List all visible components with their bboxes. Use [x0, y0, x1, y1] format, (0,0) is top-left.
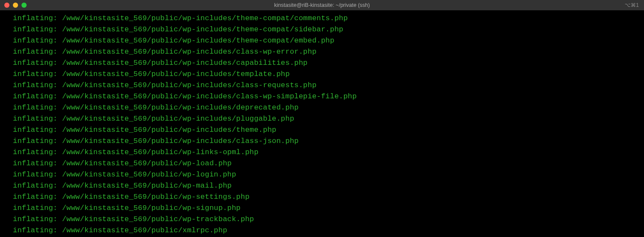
window-titlebar: kinstasite@riB-kinstasite: ~/private (ss… [0, 0, 644, 10]
terminal-line: inflating: /www/kinstasite_569/public/wp… [13, 169, 644, 180]
terminal-line: inflating: /www/kinstasite_569/public/wp… [13, 158, 644, 169]
terminal-line: inflating: /www/kinstasite_569/public/wp… [13, 191, 644, 203]
terminal-line: inflating: /www/kinstasite_569/public/wp… [13, 24, 644, 35]
terminal-line: inflating: /www/kinstasite_569/public/wp… [13, 69, 644, 80]
terminal-line: inflating: /www/kinstasite_569/public/wp… [13, 58, 644, 69]
keyboard-shortcut-indicator: ⌥⌘1 [625, 2, 639, 8]
terminal-line: inflating: /www/kinstasite_569/public/wp… [13, 80, 644, 91]
terminal-line: inflating: /www/kinstasite_569/public/wp… [13, 102, 644, 113]
terminal-line: inflating: /www/kinstasite_569/public/wp… [13, 113, 644, 125]
terminal-line: inflating: /www/kinstasite_569/public/wp… [13, 180, 644, 191]
terminal-line: inflating: /www/kinstasite_569/public/wp… [13, 35, 644, 46]
zoom-icon[interactable] [21, 3, 27, 8]
window-title: kinstasite@riB-kinstasite: ~/private (ss… [274, 2, 370, 8]
close-icon[interactable] [4, 3, 9, 8]
terminal-line: inflating: /www/kinstasite_569/public/wp… [13, 147, 644, 158]
terminal-line: inflating: /www/kinstasite_569/public/wp… [13, 136, 644, 147]
minimize-icon[interactable] [13, 3, 18, 8]
terminal-line: inflating: /www/kinstasite_569/public/wp… [13, 91, 644, 102]
terminal-line: inflating: /www/kinstasite_569/public/wp… [13, 203, 644, 214]
terminal-line: inflating: /www/kinstasite_569/public/wp… [13, 13, 644, 24]
terminal-line: inflating: /www/kinstasite_569/public/wp… [13, 214, 644, 225]
terminal-line: inflating: /www/kinstasite_569/public/xm… [13, 225, 644, 236]
terminal-line: inflating: /www/kinstasite_569/public/wp… [13, 46, 644, 58]
traffic-lights [4, 3, 27, 8]
terminal-line: inflating: /www/kinstasite_569/public/wp… [13, 125, 644, 136]
terminal-output: inflating: /www/kinstasite_569/public/wp… [0, 10, 644, 236]
